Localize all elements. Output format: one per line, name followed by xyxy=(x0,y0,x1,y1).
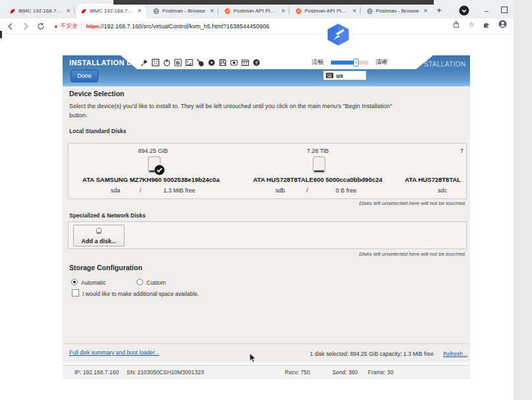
local-disks-label: Local Standard Disks xyxy=(69,128,126,134)
storage-config-header: Storage Configuration xyxy=(69,264,142,271)
tab-separator xyxy=(218,7,218,14)
fit-screen-icon[interactable] xyxy=(152,59,160,67)
tab-close-icon[interactable]: ✕ xyxy=(423,8,429,14)
help-icon[interactable]: ? xyxy=(252,59,260,67)
tab-title: iBMC 192.168.7.16 xyxy=(90,8,134,14)
specialized-disks-label: Specialized & Network Disks xyxy=(69,212,146,219)
back-icon[interactable] xyxy=(6,22,15,30)
disk-capacity: 7 xyxy=(460,148,463,154)
tab-title: iBMC 192.168.7.16 xyxy=(18,8,63,14)
thunder-download-icon[interactable] xyxy=(326,23,351,46)
disk-drive-icon-selected xyxy=(146,156,165,176)
globe-favicon xyxy=(367,8,373,14)
disk-tile-sdb[interactable]: 7.28 TiB ATA HUS728T8TALE600 5000cca0bbd… xyxy=(237,144,398,198)
new-tab-button[interactable]: + xyxy=(434,5,444,16)
share-icon[interactable] xyxy=(452,20,460,28)
svg-text:B: B xyxy=(176,60,180,66)
browser-update-icon[interactable] xyxy=(459,5,469,16)
disk-mount-sep: / xyxy=(303,187,311,194)
kvm-toolbar: B ? 流畅 清晰 xyxy=(121,55,433,69)
disk-drive-icon xyxy=(310,156,328,175)
tab-postman-api-1[interactable]: Postman API Platfo ✕ xyxy=(220,3,290,18)
ibmc-favicon xyxy=(9,8,16,14)
add-disk-drive-icon xyxy=(94,228,103,235)
security-chip[interactable]: ▲ 不安全 xyxy=(53,22,77,30)
tab-postman-browse-1[interactable]: Postman - Browse ✕ xyxy=(149,3,219,18)
keyboard-layout-label: us xyxy=(336,72,343,79)
radio-custom-circle[interactable] xyxy=(136,279,143,285)
pin-icon[interactable] xyxy=(140,59,148,67)
disk-capacity: 894.25 GiB xyxy=(111,148,194,154)
forward-icon[interactable] xyxy=(21,22,30,30)
disk-device: sdb xyxy=(257,187,303,194)
sharp-label: 清晰 xyxy=(376,58,388,67)
quality-slider-handle[interactable] xyxy=(353,59,359,67)
bookmark-star-icon[interactable]: ☆ xyxy=(468,21,475,28)
selection-area: 1 disk selected; 894.25 GiB capacity; 1.… xyxy=(310,347,467,358)
postman-favicon xyxy=(224,8,231,14)
power-icon[interactable] xyxy=(163,59,171,67)
mouse-cursor xyxy=(249,353,256,363)
boot-options-icon[interactable]: B xyxy=(174,59,182,67)
address-bar[interactable]: ▲ 不安全 https://192.168.7.160/src/virtualC… xyxy=(0,18,514,34)
checkbox-box[interactable] xyxy=(72,289,79,297)
disk-device: sda xyxy=(92,187,138,194)
mouse-control-icon[interactable] xyxy=(196,59,204,67)
floppy-save-icon[interactable] xyxy=(219,59,227,67)
installer-title-right: STALLATION xyxy=(424,61,466,68)
extensions-puzzle-icon[interactable] xyxy=(483,20,490,28)
tab-close-icon[interactable]: ✕ xyxy=(136,8,142,14)
done-button[interactable]: Done xyxy=(71,70,98,82)
device-selection-desc-2: button. xyxy=(69,112,88,119)
radio-automatic[interactable]: Automatic xyxy=(71,275,106,287)
checkbox-additional-space[interactable]: I would like to make additional space av… xyxy=(72,287,199,299)
tab-ibmc-2-active[interactable]: iBMC 192.168.7.16 ✕ xyxy=(76,3,146,18)
unselected-note: Disks left unselected here will not be t… xyxy=(359,200,466,206)
disk-tile-sdc[interactable]: 7 ATA HUS728T8TAL sdc xyxy=(403,144,467,198)
tab-close-icon[interactable]: ✕ xyxy=(65,8,71,14)
profile-avatar-icon[interactable] xyxy=(498,20,507,28)
radio-automatic-circle[interactable] xyxy=(71,279,78,285)
window-minimize-button[interactable]: – xyxy=(485,7,488,14)
device-selection-desc-1: Select the device(s) you'd like to insta… xyxy=(69,103,392,109)
disk-capacity: 7.28 TiB xyxy=(276,148,359,154)
tab-postman-api-2[interactable]: Postman API Platfo ✕ xyxy=(291,3,361,18)
status-ip: IP: 192.168.7.160 xyxy=(74,369,119,376)
keyboard-icon xyxy=(326,72,334,78)
tab-title: Postman - Browse xyxy=(162,8,206,14)
disk-device: sdc xyxy=(438,187,447,194)
soft-keyboard-icon[interactable] xyxy=(185,59,193,67)
ibmc-favicon xyxy=(80,8,87,14)
disk-free: 0 B free xyxy=(316,187,376,194)
postman-favicon xyxy=(295,8,302,14)
tab-close-icon[interactable]: ✕ xyxy=(209,8,215,14)
disk-name: ATA HUS728T8TALE600 5000cca0bbd90c24 xyxy=(237,176,398,183)
status-recv: Recv: 750 xyxy=(285,369,310,376)
refresh-link[interactable]: Refresh... xyxy=(443,351,467,357)
tab-close-icon[interactable]: ✕ xyxy=(280,8,286,14)
window-maximize-button[interactable] xyxy=(501,7,508,13)
tab-close-icon[interactable]: ✕ xyxy=(351,8,357,14)
keyboard-layout-chip[interactable]: us xyxy=(323,71,367,80)
radio-custom[interactable]: Custom xyxy=(136,275,165,287)
url-text: https://192.168.7.160/src/virtualControl… xyxy=(86,23,269,30)
cdrom-icon[interactable] xyxy=(208,59,216,67)
tab-ibmc-1[interactable]: iBMC 192.168.7.16 ✕ xyxy=(5,3,75,18)
screen-settings-icon[interactable] xyxy=(241,59,249,67)
quality-slider-fill xyxy=(331,61,356,65)
address-bar-actions: ☆ xyxy=(452,20,507,28)
add-disk-button[interactable]: Add a disk... xyxy=(73,225,125,246)
kvm-status-bar: IP: 192.168.7.160 SN: 2103050CSH10M30013… xyxy=(63,365,470,379)
status-frame: Frame: 30 xyxy=(368,369,394,376)
tab-separator xyxy=(289,7,289,14)
quality-slider[interactable] xyxy=(331,61,369,65)
tab-postman-browse-2[interactable]: Postman - Browse ✕ xyxy=(363,3,432,18)
full-summary-link[interactable]: Full disk summary and boot loader... xyxy=(69,349,160,356)
reload-icon[interactable] xyxy=(36,22,45,30)
status-send: Send: 360 xyxy=(332,369,358,376)
record-icon[interactable] xyxy=(230,59,238,67)
selection-summary: 1 disk selected; 894.25 GiB capacity; 1.… xyxy=(310,351,434,357)
status-sn: SN: 2103050CSH10M3001323 xyxy=(127,369,204,376)
svg-text:?: ? xyxy=(255,59,258,65)
disk-tile-sda[interactable]: 894.25 GiB ATA SAMSUNG MZ7KH960 5002538e… xyxy=(71,144,231,198)
